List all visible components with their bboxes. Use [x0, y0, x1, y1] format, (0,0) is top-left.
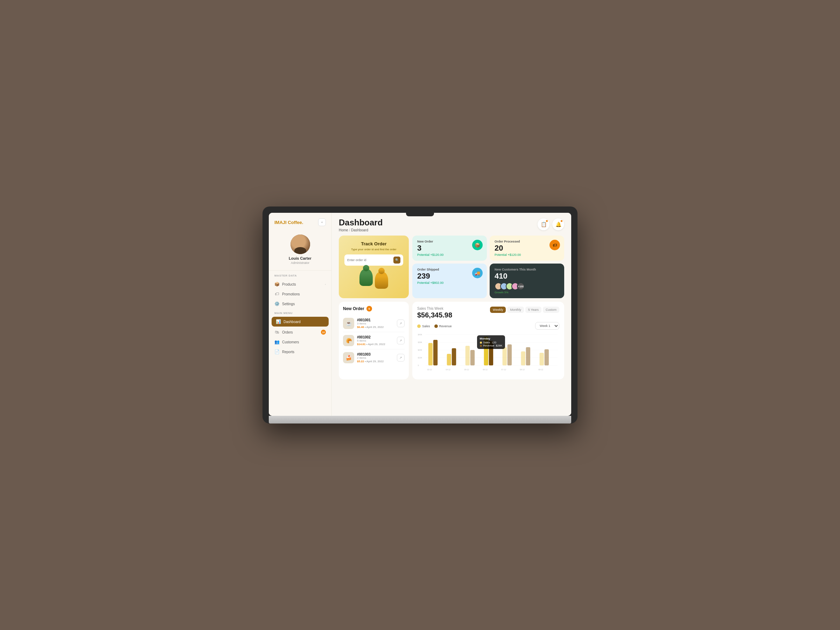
sidebar-brand: IMAJI Coffee. « [269, 218, 332, 231]
svg-rect-16 [484, 337, 488, 365]
order-id: #001001 [357, 318, 394, 322]
svg-text:04-12: 04-12 [446, 369, 451, 371]
legend-revenue: Revenue [434, 324, 452, 328]
chevron-right-icon: › [325, 283, 326, 286]
tab-monthly[interactable]: Monthly [507, 306, 524, 313]
sales-info: Sales This Week $56,345.98 [417, 306, 452, 319]
svg-rect-13 [452, 348, 456, 365]
user-name: Louis Carter [289, 256, 311, 261]
chart-legend: Sales Revenue [417, 324, 452, 328]
tab-custom[interactable]: Custom [543, 306, 559, 313]
track-order-subtitle: Type your order id and find the order [344, 248, 403, 251]
sales-chart-svg: $40K $30K $20K $10K 0 [417, 333, 559, 374]
stat-cards-column: New Order 3 Potential +$120.00 📦 Order P… [412, 235, 564, 298]
promotions-icon: 🏷 [275, 292, 279, 297]
order-meta: $14.81 • April 29, 2022 [357, 343, 394, 346]
sidebar-item-reports[interactable]: 📄 Reports [269, 347, 332, 357]
breadcrumb: Home / Dashboard [339, 228, 382, 232]
order-items-count: 3 Items [357, 322, 394, 325]
main-content: Dashboard Home / Dashboard 📋 🔔 [332, 213, 571, 416]
track-order-search-button[interactable]: 🔍 [393, 257, 400, 264]
new-customers-card: New Customers This Month 410 +100 Growth [489, 264, 564, 298]
week-select-dropdown[interactable]: Week 1 [535, 322, 559, 330]
track-order-illustration [344, 268, 403, 289]
track-order-input-wrapper: 🔍 [344, 254, 403, 266]
revenue-legend-label: Revenue [439, 324, 452, 328]
order-meta: $5.22 • April 29, 2022 [357, 360, 394, 363]
track-order-title: Track Order [344, 241, 403, 246]
svg-text:05-12: 05-12 [464, 369, 469, 371]
user-profile-section: Louis Carter Administrator [269, 231, 332, 270]
sidebar-item-label: Customers [282, 340, 326, 344]
notifications-button[interactable]: 🔔 [552, 218, 564, 230]
order-info: #001003 2 Items $5.22 • April 29, 2022 [357, 352, 394, 363]
sidebar-item-label: Products [282, 283, 322, 286]
week-selector: Week 1 [535, 322, 559, 330]
page-title: Dashboard [339, 218, 382, 227]
track-order-input[interactable] [347, 258, 391, 262]
master-data-label: MASTER DATA [269, 274, 332, 279]
order-meta: $6.48 • April 29, 2022 [357, 325, 394, 328]
svg-text:03-12: 03-12 [427, 369, 432, 371]
sidebar: IMAJI Coffee. « Louis Carter Administrat… [269, 213, 332, 416]
customers-icon: 👥 [275, 339, 279, 344]
sidebar-item-dashboard[interactable]: 📊 Dashboard [272, 317, 328, 327]
svg-text:06-12: 06-12 [483, 369, 488, 371]
svg-text:$30K: $30K [418, 341, 422, 343]
sales-header: Sales This Week $56,345.98 Weekly Monthl… [417, 306, 559, 319]
svg-rect-21 [526, 347, 530, 365]
laptop-notch [406, 213, 434, 216]
order-info: #001001 3 Items $6.48 • April 29, 2022 [357, 318, 394, 328]
tab-weekly[interactable]: Weekly [490, 306, 506, 313]
sidebar-item-promotions[interactable]: 🏷 Promotions [269, 289, 332, 299]
order-item: 🍰 #001003 2 Items $5.22 • April 29, 2022… [343, 349, 404, 366]
sidebar-item-label: Settings [282, 302, 326, 306]
notifications-dot [561, 220, 563, 222]
sidebar-item-products[interactable]: 📦 Products › [269, 279, 332, 289]
order-processed-card: Order Processed 20 Potential +$120.00 🏷 [489, 235, 564, 261]
tab-5years[interactable]: 5 Years [525, 306, 542, 313]
order-thumbnail: 🍰 [343, 352, 354, 363]
order-items-count: 2 Items [357, 356, 394, 360]
avatar [291, 235, 310, 254]
laptop-screen: IMAJI Coffee. « Louis Carter Administrat… [269, 213, 571, 416]
brand-name: IMAJI Coffee. [275, 220, 303, 225]
track-order-card: Track Order Type your order id and find … [339, 235, 409, 298]
svg-text:07-12: 07-12 [501, 369, 506, 371]
svg-rect-14 [466, 346, 470, 365]
messages-button[interactable]: 📋 [538, 218, 549, 230]
sidebar-item-customers[interactable]: 👥 Customers [269, 337, 332, 347]
collapse-button[interactable]: « [318, 218, 326, 226]
order-thumbnail: ☕ [343, 318, 354, 329]
order-link-button[interactable]: ↗ [397, 337, 404, 344]
user-role: Administrator [291, 261, 309, 265]
order-shipped-potential: Potential +$802.00 [417, 281, 482, 284]
svg-rect-20 [521, 351, 525, 365]
sidebar-item-label: Reports [282, 350, 326, 354]
order-info: #001002 5 Items $14.81 • April 29, 2022 [357, 335, 394, 346]
svg-rect-11 [433, 340, 437, 365]
legend-sales: Sales [417, 324, 430, 328]
svg-rect-10 [428, 343, 433, 365]
new-order-icon: 📦 [472, 240, 483, 250]
stat-cards-top-row: New Order 3 Potential +$120.00 📦 Order P… [412, 235, 564, 261]
order-id: #001002 [357, 335, 394, 339]
chart-tab-group: Weekly Monthly 5 Years Custom [490, 306, 559, 313]
order-processed-icon: 🏷 [549, 240, 560, 250]
svg-text:$40K: $40K [418, 333, 422, 336]
orders-badge: 10 [321, 330, 326, 335]
dashboard-icon: 📊 [276, 319, 281, 324]
order-items-count: 5 Items [357, 339, 394, 342]
order-item: ☕ #001001 3 Items $6.48 • April 29, 2022… [343, 315, 404, 332]
new-customers-value: 410 [494, 272, 559, 280]
order-link-button[interactable]: ↗ [397, 354, 404, 362]
order-id: #001003 [357, 352, 394, 356]
svg-rect-19 [507, 344, 512, 365]
sidebar-item-label: Promotions [282, 292, 326, 296]
sales-title: Sales This Week [417, 306, 452, 311]
sidebar-item-label: Dashboard [284, 320, 324, 324]
laptop-base [269, 416, 571, 423]
sidebar-item-orders[interactable]: 🛍 Orders 10 [269, 327, 332, 337]
order-link-button[interactable]: ↗ [397, 319, 404, 327]
sidebar-item-settings[interactable]: ⚙️ Settings [269, 299, 332, 309]
